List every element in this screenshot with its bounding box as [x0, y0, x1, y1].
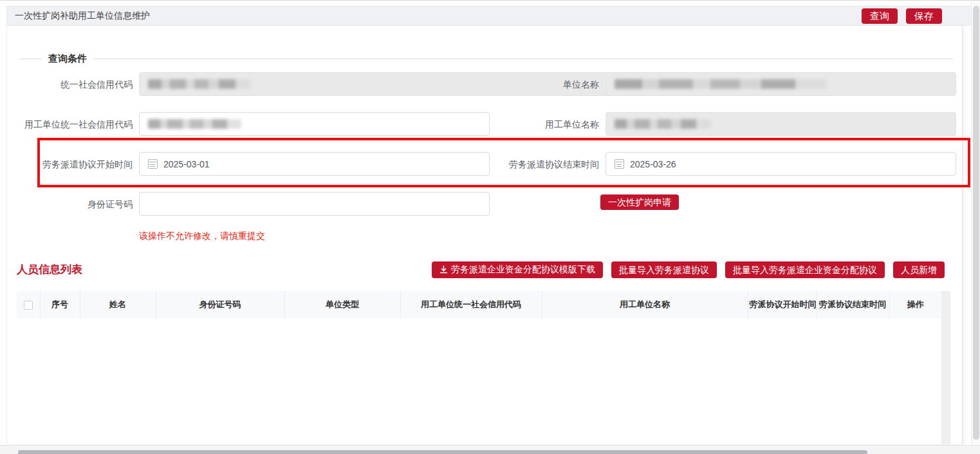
select-all-checkbox[interactable] [24, 301, 33, 310]
calendar-icon [148, 159, 158, 169]
employer-credit-code-label: 用工单位统一社会信用代码 [14, 112, 133, 137]
personnel-table-empty-body [17, 318, 941, 444]
table-scrollbar-track[interactable] [941, 291, 950, 444]
form-row-4: 身份证号码 一次性扩岗申请 [7, 192, 963, 216]
dispatch-start-date-value: 2025-03-01 [163, 159, 210, 169]
credit-code-label: 统一社会信用代码 [14, 72, 133, 97]
col-id-number: 身份证号码 [156, 291, 284, 318]
unit-name-field [606, 72, 956, 96]
form-row-3: 劳务派遣协议开始时间 2025-03-01 劳务派遣协议结束时间 2025-03… [7, 152, 963, 176]
divider-line [20, 59, 42, 59]
col-serial-number: 序号 [40, 291, 80, 318]
id-number-label: 身份证号码 [14, 192, 133, 216]
one-time-expansion-apply-button[interactable]: 一次性扩岗申请 [600, 194, 679, 210]
masked-value [615, 119, 711, 129]
dispatch-end-label: 劳务派遣协议结束时间 [483, 152, 599, 176]
col-employer-credit-code: 用工单位统一社会信用代码 [400, 291, 542, 318]
id-number-input[interactable] [139, 192, 490, 216]
calendar-icon [615, 159, 624, 169]
main-panel: 查询条件 统一社会信用代码 单位名称 用工单位统一社会信用代码 用工单位名称 劳… [6, 26, 963, 444]
save-button[interactable]: 保存 [906, 8, 942, 24]
batch-import-fund-agreement-button[interactable]: 批量导入劳务派遣企业资金分配协议 [725, 261, 885, 278]
template-download-label: 劳务派遣企业资金分配协议模版下载 [451, 264, 595, 274]
page-titlebar: 一次性扩岗补助用工单位信息维护 查询 保存 [6, 6, 972, 26]
horizontal-scrollbar-track[interactable] [0, 445, 980, 454]
personnel-list-header: 人员信息列表 劳务派遣企业资金分配协议模版下载 批量导入劳务派遣协议 批量导入劳… [17, 261, 954, 278]
col-dispatch-end: 劳派协议结束时间 [816, 291, 889, 318]
query-conditions-title: 查询条件 [48, 53, 87, 65]
divider-line [93, 59, 953, 59]
query-conditions-divider: 查询条件 [20, 53, 953, 64]
masked-value [148, 119, 241, 129]
col-unit-type: 单位类型 [284, 291, 400, 318]
employer-name-field [606, 112, 956, 136]
col-actions: 操作 [889, 291, 941, 318]
form-row-1: 统一社会信用代码 单位名称 [7, 72, 963, 97]
query-button[interactable]: 查询 [862, 8, 898, 24]
add-person-button[interactable]: 人员新增 [893, 261, 945, 278]
dispatch-end-date-value: 2025-03-26 [630, 159, 676, 169]
personnel-table: 序号 姓名 身份证号码 单位类型 用工单位统一社会信用代码 用工单位名称 劳派协… [17, 291, 941, 318]
titlebar-actions: 查询 保存 [862, 8, 942, 24]
table-header-row: 序号 姓名 身份证号码 单位类型 用工单位统一社会信用代码 用工单位名称 劳派协… [17, 291, 941, 318]
form-row-2: 用工单位统一社会信用代码 用工单位名称 [7, 112, 963, 137]
col-name: 姓名 [80, 291, 156, 318]
personnel-list-actions: 劳务派遣企业资金分配协议模版下载 批量导入劳务派遣协议 批量导入劳务派遣企业资金… [432, 261, 945, 278]
masked-value [148, 79, 251, 89]
employer-credit-code-input[interactable] [139, 112, 490, 136]
horizontal-scrollbar-thumb[interactable] [18, 450, 867, 454]
no-modify-warning: 该操作不允许修改，请慎重提交 [139, 231, 265, 242]
dispatch-end-date-input[interactable]: 2025-03-26 [606, 152, 956, 176]
personnel-list-title: 人员信息列表 [17, 261, 82, 278]
vertical-scrollbar-track[interactable] [971, 1, 980, 445]
template-download-button[interactable]: 劳务派遣企业资金分配协议模版下载 [432, 261, 603, 278]
download-icon [439, 265, 448, 276]
col-employer-name: 用工单位名称 [542, 291, 748, 318]
masked-value [615, 79, 827, 89]
page-title: 一次性扩岗补助用工单位信息维护 [7, 10, 150, 22]
dispatch-start-date-input[interactable]: 2025-03-01 [139, 152, 490, 176]
unit-name-label: 单位名称 [483, 72, 599, 97]
employer-name-label: 用工单位名称 [483, 112, 599, 137]
vertical-scrollbar-thumb[interactable] [973, 6, 979, 440]
batch-import-agreement-button[interactable]: 批量导入劳务派遣协议 [611, 261, 717, 278]
col-dispatch-start: 劳派协议开始时间 [748, 291, 816, 318]
select-all-cell [17, 291, 40, 318]
dispatch-start-label: 劳务派遣协议开始时间 [14, 152, 133, 176]
